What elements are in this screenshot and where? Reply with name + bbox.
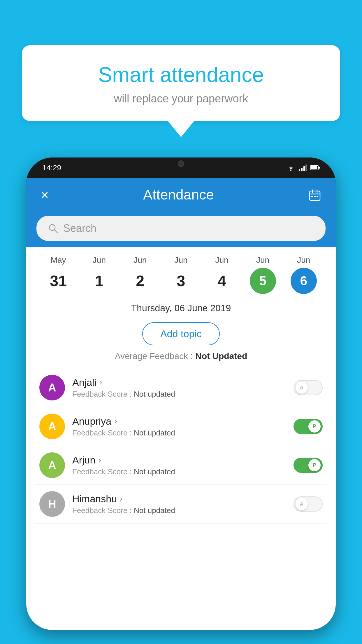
svg-rect-14 bbox=[317, 196, 318, 197]
student-feedback: Feedback Score : Not updated bbox=[72, 390, 286, 399]
signal-icon bbox=[299, 164, 307, 171]
student-name: Arjun › bbox=[72, 454, 286, 466]
calendar-day[interactable]: May31 bbox=[42, 256, 74, 294]
toggle-knob: A bbox=[296, 382, 308, 394]
attendance-toggle[interactable]: A bbox=[294, 496, 323, 512]
calendar-day[interactable]: Jun3 bbox=[165, 256, 197, 294]
toggle-switch[interactable]: A bbox=[294, 496, 323, 512]
cal-month-label: Jun bbox=[256, 256, 269, 265]
student-name: Anjali › bbox=[72, 377, 286, 388]
cal-month-label: May bbox=[51, 256, 66, 265]
avg-feedback: Average Feedback : Not Updated bbox=[26, 351, 336, 368]
cal-month-label: Jun bbox=[133, 256, 147, 265]
calendar-day[interactable]: Jun4 bbox=[206, 256, 238, 294]
cal-date-label: 1 bbox=[86, 268, 112, 294]
student-item[interactable]: AAnjali ›Feedback Score : Not updatedA bbox=[35, 368, 327, 407]
toggle-switch[interactable]: A bbox=[294, 380, 323, 395]
content-area: May31Jun1Jun2Jun3Jun4Jun5Jun6 Thursday, … bbox=[26, 247, 336, 630]
cal-date-label: 3 bbox=[168, 268, 194, 294]
student-item[interactable]: AArjun ›Feedback Score : Not updatedP bbox=[35, 446, 327, 485]
status-bar: 14:29 bbox=[26, 158, 336, 178]
calendar-strip: May31Jun1Jun2Jun3Jun4Jun5Jun6 bbox=[26, 247, 336, 300]
calendar-day[interactable]: Jun6 bbox=[288, 256, 320, 294]
svg-rect-12 bbox=[311, 196, 313, 197]
svg-line-16 bbox=[54, 230, 57, 233]
speech-bubble-title: Smart attendance bbox=[36, 63, 326, 87]
calendar-day[interactable]: Jun5 bbox=[247, 256, 279, 294]
add-topic-button[interactable]: Add topic bbox=[142, 322, 220, 345]
student-avatar: A bbox=[39, 452, 65, 478]
cal-month-label: Jun bbox=[215, 256, 229, 265]
speech-bubble-arrow bbox=[168, 121, 194, 137]
svg-point-0 bbox=[290, 170, 291, 171]
search-bar-container: Search bbox=[26, 211, 336, 247]
student-item[interactable]: AAnupriya ›Feedback Score : Not updatedP bbox=[35, 407, 327, 446]
toggle-knob: A bbox=[296, 498, 308, 510]
selected-date-label: Thursday, 06 June 2019 bbox=[26, 300, 336, 319]
student-list: AAnjali ›Feedback Score : Not updatedAAA… bbox=[26, 368, 336, 524]
chevron-right-icon: › bbox=[99, 378, 102, 387]
chevron-right-icon: › bbox=[98, 455, 101, 465]
student-name: Himanshu › bbox=[72, 493, 286, 505]
phone-frame: 14:29 bbox=[26, 158, 336, 630]
cal-date-label: 31 bbox=[45, 268, 71, 294]
student-info: Arjun ›Feedback Score : Not updated bbox=[72, 454, 286, 476]
toggle-switch[interactable]: P bbox=[294, 458, 323, 473]
calendar-day[interactable]: Jun1 bbox=[83, 256, 115, 294]
speech-bubble-subtitle: will replace your paperwork bbox=[36, 92, 326, 105]
close-button[interactable]: × bbox=[41, 187, 49, 203]
student-feedback: Feedback Score : Not updated bbox=[72, 467, 286, 476]
search-icon bbox=[48, 223, 58, 233]
chevron-right-icon: › bbox=[120, 494, 122, 503]
attendance-toggle[interactable]: A bbox=[294, 380, 323, 395]
svg-rect-1 bbox=[299, 169, 300, 171]
chevron-right-icon: › bbox=[114, 416, 117, 426]
phone-camera bbox=[178, 160, 184, 167]
student-avatar: H bbox=[39, 491, 65, 517]
svg-rect-7 bbox=[319, 167, 320, 169]
app-title: Attendance bbox=[143, 187, 214, 203]
attendance-toggle[interactable]: P bbox=[294, 419, 323, 434]
toggle-switch[interactable]: P bbox=[294, 419, 323, 434]
student-avatar: A bbox=[39, 375, 65, 400]
student-feedback: Feedback Score : Not updated bbox=[72, 428, 286, 438]
student-info: Anjali ›Feedback Score : Not updated bbox=[72, 377, 286, 399]
speech-bubble: Smart attendance will replace your paper… bbox=[22, 45, 340, 121]
toggle-knob: P bbox=[308, 459, 321, 471]
student-avatar: A bbox=[39, 414, 65, 439]
toggle-knob: P bbox=[308, 420, 321, 433]
svg-rect-6 bbox=[311, 166, 317, 169]
search-placeholder: Search bbox=[63, 222, 96, 235]
svg-rect-2 bbox=[301, 168, 303, 171]
battery-icon bbox=[310, 165, 320, 171]
phone-notch bbox=[164, 158, 198, 170]
speech-bubble-container: Smart attendance will replace your paper… bbox=[22, 45, 340, 137]
student-info: Anupriya ›Feedback Score : Not updated bbox=[72, 416, 286, 438]
cal-date-label: 4 bbox=[209, 268, 235, 294]
student-info: Himanshu ›Feedback Score : Not updated bbox=[72, 493, 286, 515]
svg-rect-3 bbox=[303, 166, 305, 171]
cal-date-label: 5 bbox=[250, 268, 276, 294]
cal-month-label: Jun bbox=[174, 256, 187, 265]
cal-month-label: Jun bbox=[297, 256, 310, 265]
svg-rect-13 bbox=[314, 196, 316, 197]
svg-rect-9 bbox=[310, 193, 320, 195]
wifi-icon bbox=[287, 164, 295, 171]
cal-date-label: 6 bbox=[291, 268, 317, 294]
cal-month-label: Jun bbox=[93, 256, 106, 265]
status-time: 14:29 bbox=[42, 163, 61, 172]
app-header: × Attendance bbox=[26, 178, 336, 211]
search-bar[interactable]: Search bbox=[36, 216, 326, 241]
status-icons bbox=[287, 164, 320, 171]
calendar-button[interactable] bbox=[308, 188, 321, 202]
app-screen: × Attendance S bbox=[26, 178, 336, 630]
student-item[interactable]: HHimanshu ›Feedback Score : Not updatedA bbox=[35, 485, 327, 524]
student-name: Anupriya › bbox=[72, 416, 286, 427]
cal-date-label: 2 bbox=[127, 268, 153, 294]
svg-rect-4 bbox=[305, 164, 307, 171]
student-feedback: Feedback Score : Not updated bbox=[72, 506, 286, 515]
attendance-toggle[interactable]: P bbox=[294, 458, 323, 473]
calendar-day[interactable]: Jun2 bbox=[124, 256, 156, 294]
add-topic-container: Add topic bbox=[26, 319, 336, 351]
